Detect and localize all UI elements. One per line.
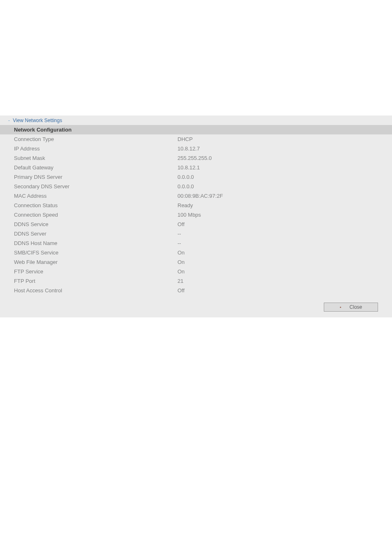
collapse-indicator[interactable]: - — [8, 118, 10, 123]
section-header: Network Configuration — [0, 125, 392, 134]
value-web-file-manager: On — [164, 257, 392, 267]
value-default-gateway: 10.8.12.1 — [164, 163, 392, 172]
spacer-row — [0, 295, 392, 303]
bullet-icon: • — [340, 305, 341, 310]
row-ddns-server: DDNS Server -- — [0, 229, 392, 238]
value-mac-address: 00:08:9B:AC:97:2F — [164, 191, 392, 201]
label-smb-cifs-service: SMB/CIFS Service — [0, 248, 164, 257]
row-web-file-manager: Web File Manager On — [0, 257, 392, 267]
row-subnet-mask: Subnet Mask 255.255.255.0 — [0, 153, 392, 163]
label-ddns-service: DDNS Service — [0, 220, 164, 229]
row-ddns-host-name: DDNS Host Name -- — [0, 238, 392, 248]
panel-title[interactable]: View Network Settings — [13, 118, 62, 123]
close-button[interactable]: •Close — [324, 303, 378, 312]
value-secondary-dns: 0.0.0.0 — [164, 182, 392, 191]
value-smb-cifs-service: On — [164, 248, 392, 257]
value-connection-status: Ready — [164, 201, 392, 210]
row-ddns-service: DDNS Service Off — [0, 220, 392, 229]
close-button-label: Close — [350, 304, 362, 310]
label-ddns-host-name: DDNS Host Name — [0, 238, 164, 248]
label-ip-address: IP Address — [0, 144, 164, 153]
row-connection-type: Connection Type DHCP — [0, 134, 392, 144]
value-primary-dns: 0.0.0.0 — [164, 172, 392, 182]
row-connection-status: Connection Status Ready — [0, 201, 392, 210]
label-connection-speed: Connection Speed — [0, 210, 164, 220]
row-ip-address: IP Address 10.8.12.7 — [0, 144, 392, 153]
value-ftp-port: 21 — [164, 276, 392, 286]
label-connection-type: Connection Type — [0, 134, 164, 144]
network-settings-panel: - View Network Settings Network Configur… — [0, 116, 392, 317]
row-ftp-port: FTP Port 21 — [0, 276, 392, 286]
value-ip-address: 10.8.12.7 — [164, 144, 392, 153]
value-host-access-control: Off — [164, 286, 392, 295]
label-host-access-control: Host Access Control — [0, 286, 164, 295]
network-config-table: Connection Type DHCP IP Address 10.8.12.… — [0, 134, 392, 303]
panel-title-line: - View Network Settings — [0, 117, 392, 125]
value-ftp-service: On — [164, 267, 392, 276]
value-ddns-server: -- — [164, 229, 392, 238]
row-primary-dns: Primary DNS Server 0.0.0.0 — [0, 172, 392, 182]
label-web-file-manager: Web File Manager — [0, 257, 164, 267]
value-ddns-host-name: -- — [164, 238, 392, 248]
label-secondary-dns: Secondary DNS Server — [0, 182, 164, 191]
label-mac-address: MAC Address — [0, 191, 164, 201]
label-connection-status: Connection Status — [0, 201, 164, 210]
value-connection-type: DHCP — [164, 134, 392, 144]
row-default-gateway: Default Gateway 10.8.12.1 — [0, 163, 392, 172]
row-connection-speed: Connection Speed 100 Mbps — [0, 210, 392, 220]
value-ddns-service: Off — [164, 220, 392, 229]
label-ftp-port: FTP Port — [0, 276, 164, 286]
row-ftp-service: FTP Service On — [0, 267, 392, 276]
value-connection-speed: 100 Mbps — [164, 210, 392, 220]
row-mac-address: MAC Address 00:08:9B:AC:97:2F — [0, 191, 392, 201]
label-ddns-server: DDNS Server — [0, 229, 164, 238]
label-primary-dns: Primary DNS Server — [0, 172, 164, 182]
row-host-access-control: Host Access Control Off — [0, 286, 392, 295]
panel-footer: •Close — [0, 303, 392, 312]
label-ftp-service: FTP Service — [0, 267, 164, 276]
label-subnet-mask: Subnet Mask — [0, 153, 164, 163]
row-smb-cifs-service: SMB/CIFS Service On — [0, 248, 392, 257]
row-secondary-dns: Secondary DNS Server 0.0.0.0 — [0, 182, 392, 191]
label-default-gateway: Default Gateway — [0, 163, 164, 172]
value-subnet-mask: 255.255.255.0 — [164, 153, 392, 163]
